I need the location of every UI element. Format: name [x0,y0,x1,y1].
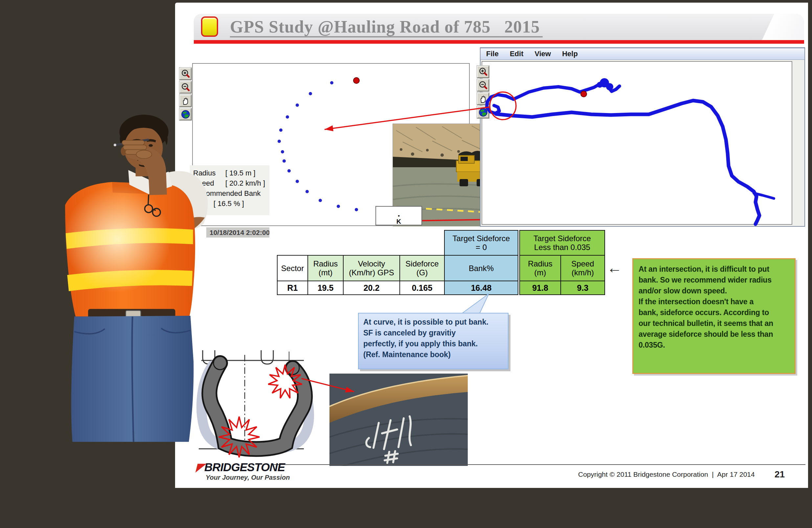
col-header-bank: Bank% [444,255,518,281]
presenter [0,109,253,528]
zoom-in-button[interactable] [477,66,489,78]
banner-corner-fold [739,14,804,40]
cell-speed: 9.3 [561,281,605,295]
cell-radius: 19.5 [307,281,344,295]
page-number: 21 [774,469,785,480]
zoom-in-icon [181,69,190,79]
col-header-velocity: Velocity(Km/hr) GPS [343,255,400,281]
footer-divider [272,464,806,465]
header-accent-bar [194,40,804,44]
pan-button[interactable] [179,95,191,107]
copyright-text: Copyright © 2011 Bridgestone Corporation… [578,471,755,479]
tire-chalk-photo [330,374,468,466]
col-header-sideforce: Sideforce(G) [400,255,445,281]
full-extent-button[interactable] [477,106,489,118]
menu-view[interactable]: View [529,49,556,58]
col-header-radius: Radius(mt) [307,255,344,281]
projector-glow [64,185,171,292]
globe-icon [478,108,488,117]
plot-legend-partial: ▪ K [375,206,422,225]
menu-help[interactable]: Help [556,49,583,58]
menu-file[interactable]: File [481,49,504,58]
pan-button[interactable] [477,92,489,105]
zoom-out-button[interactable] [179,81,191,93]
blue-callout: At curve, it is possible to put bank. SF… [358,313,508,369]
legend-label: K [396,218,401,225]
bubble-tail [459,293,493,314]
photographed-presentation: GPS Study @Hauling Road of 785 2015 Radi… [0,0,812,528]
cell-sideforce: 0.165 [400,281,445,295]
slide-title: GPS Study @Hauling Road of 785 2015 [230,17,543,38]
legend-marker: ▪ [398,214,400,218]
zoom-out-button[interactable] [477,79,489,91]
pan-hand-icon [181,96,190,106]
slide-title-icon [201,16,218,37]
zoom-out-icon [478,81,488,90]
zoom-in-button[interactable] [179,68,191,80]
cell-sector: R1 [277,281,308,295]
cell-radius-m: 91.8 [519,281,561,295]
track-plot-canvas[interactable] [481,61,792,225]
col-header-radius-m: Radius(m) [519,255,561,281]
col-header-speed: Speed(km/h) [561,255,605,281]
span-header-target-zero: Target Sideforce= 0 [444,230,518,256]
zoom-out-icon [181,83,190,92]
cell-velocity: 20.2 [343,281,400,295]
pan-hand-icon [478,94,488,104]
col-header-sector: Sector [277,255,308,281]
zoom-in-icon [478,67,488,77]
span-header-target-max: Target SideforceLess than 0.035 [519,230,605,256]
menubar: File Edit View Help [480,48,805,60]
pointer-arrow-left: ← [607,259,622,277]
green-callout: At an intersection, it is difficult to p… [632,258,796,374]
menu-edit[interactable]: Edit [504,49,529,58]
